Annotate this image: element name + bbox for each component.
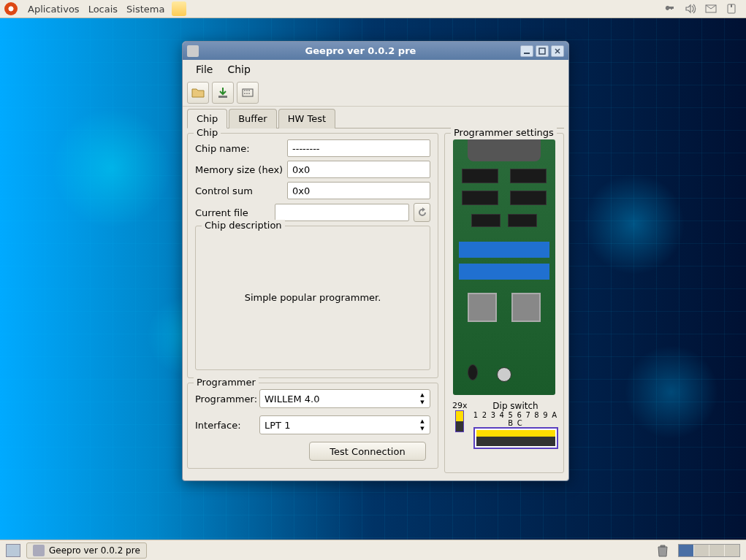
- chip-group: Chip Chip name: Memory size (hex) Contro…: [187, 133, 438, 378]
- current-file-label: Current file: [195, 207, 275, 218]
- svg-rect-2: [731, 4, 732, 7]
- programmer-label: Programmer:: [195, 394, 259, 404]
- programmer-legend: Programmer: [194, 377, 259, 388]
- interface-label: Interface:: [195, 420, 259, 431]
- launcher-icon[interactable]: [172, 1, 186, 16]
- svg-rect-3: [524, 53, 530, 54]
- chip-description-text: Simple popular programmer.: [203, 232, 422, 362]
- test-connection-button[interactable]: Test Connection: [309, 442, 426, 461]
- jumper-label: 29x: [452, 401, 468, 410]
- svg-rect-5: [218, 96, 227, 98]
- dip-switch-label: Dip switch: [473, 401, 558, 411]
- tab-chip[interactable]: Chip: [187, 109, 227, 129]
- workspace-2[interactable]: [694, 545, 709, 556]
- jumper-visual: [455, 410, 464, 432]
- control-sum-label: Control sum: [195, 185, 287, 196]
- menu-system[interactable]: Sistema: [122, 4, 169, 15]
- workspace-3[interactable]: [709, 545, 724, 556]
- workspace-4[interactable]: [725, 545, 739, 556]
- programmer-select[interactable]: WILLEM 4.0 ▲▼: [259, 389, 430, 408]
- minimize-button[interactable]: [520, 45, 533, 57]
- top-panel: Aplicativos Locais Sistema: [0, 0, 746, 18]
- menu-places[interactable]: Locais: [84, 4, 122, 15]
- chip-name-label: Chip name:: [195, 143, 287, 154]
- close-button[interactable]: [551, 45, 564, 57]
- dip-switch-visual: [473, 427, 558, 449]
- menu-chip[interactable]: Chip: [220, 62, 257, 77]
- shutdown-icon[interactable]: [726, 3, 737, 15]
- app-window: Geepro ver 0.0.2 pre File Chip Chip Buff…: [182, 41, 569, 481]
- programmer-value: WILLEM 4.0: [264, 394, 319, 404]
- chip-name-input[interactable]: [287, 139, 430, 157]
- show-desktop-button[interactable]: [6, 544, 20, 557]
- taskbar-window-title: Geepro ver 0.0.2 pre: [49, 545, 140, 556]
- titlebar[interactable]: Geepro ver 0.0.2 pre: [183, 42, 568, 60]
- menubar: File Chip: [183, 60, 568, 79]
- control-sum-input[interactable]: [287, 182, 430, 199]
- window-title: Geepro ver 0.0.2 pre: [203, 45, 518, 56]
- keys-icon[interactable]: [664, 3, 676, 15]
- programmer-board-image: [453, 139, 555, 395]
- programmer-settings-legend: Programmer settings: [451, 127, 557, 138]
- mail-icon[interactable]: [705, 3, 717, 15]
- memory-size-label: Memory size (hex): [195, 164, 287, 175]
- open-button[interactable]: [187, 82, 209, 104]
- memory-size-input[interactable]: [287, 161, 430, 178]
- interface-value: LPT 1: [264, 420, 290, 431]
- current-file-input[interactable]: [275, 204, 409, 221]
- maximize-button[interactable]: [536, 45, 549, 57]
- tab-buffer[interactable]: Buffer: [229, 109, 276, 129]
- ubuntu-logo-icon[interactable]: [4, 2, 18, 15]
- menu-applications[interactable]: Aplicativos: [23, 4, 84, 15]
- dip-switch-numbers: 1 2 3 4 5 6 7 8 9 A B C: [473, 411, 558, 427]
- menu-file[interactable]: File: [189, 62, 220, 77]
- taskbar-app-icon: [33, 545, 45, 556]
- chip-legend: Chip: [194, 127, 221, 138]
- chip-description-legend: Chip description: [202, 220, 285, 231]
- save-button[interactable]: [212, 82, 234, 104]
- programmer-group: Programmer Programmer: WILLEM 4.0 ▲▼ Int…: [187, 383, 438, 469]
- workspace-switcher[interactable]: [678, 544, 740, 557]
- workspace-1[interactable]: [679, 545, 693, 556]
- tab-bar: Chip Buffer HW Test: [187, 108, 564, 129]
- chip-description-group: Chip description Simple popular programm…: [195, 226, 430, 370]
- bottom-panel: Geepro ver 0.0.2 pre: [0, 540, 746, 560]
- interface-select[interactable]: LPT 1 ▲▼: [259, 415, 430, 434]
- programmer-settings-group: Programmer settings: [444, 133, 564, 473]
- toolbar: [183, 79, 568, 107]
- taskbar-window-item[interactable]: Geepro ver 0.0.2 pre: [26, 542, 147, 559]
- svg-rect-4: [539, 48, 545, 54]
- window-app-icon: [187, 45, 199, 57]
- trash-icon[interactable]: [656, 543, 671, 558]
- config-button[interactable]: [237, 82, 259, 104]
- refresh-button[interactable]: [414, 203, 430, 222]
- tab-hwtest[interactable]: HW Test: [278, 109, 335, 129]
- volume-icon[interactable]: [685, 3, 696, 15]
